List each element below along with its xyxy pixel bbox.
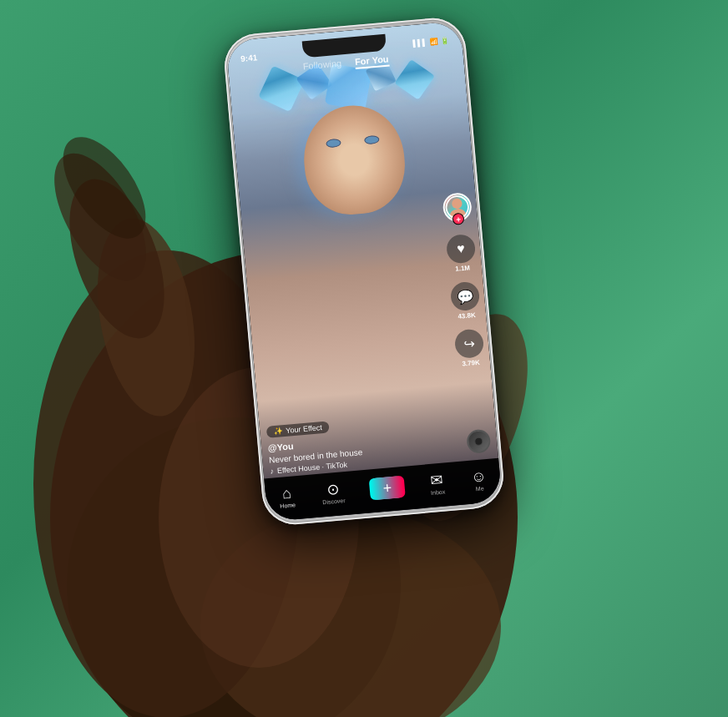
me-label: Me bbox=[476, 485, 484, 492]
nav-me[interactable]: ☺ Me bbox=[470, 468, 488, 492]
like-icon: ♥ bbox=[446, 234, 477, 265]
nav-discover[interactable]: ⊙ Discover bbox=[321, 481, 345, 505]
add-button[interactable]: + bbox=[371, 476, 404, 500]
share-action[interactable]: ↪ 3.79K bbox=[454, 328, 486, 368]
comment-icon: 💬 bbox=[450, 281, 481, 312]
effect-badge[interactable]: ✨ Your Effect bbox=[266, 421, 329, 437]
comment-action[interactable]: 💬 43.8K bbox=[450, 281, 482, 321]
music-note-icon: ♪ bbox=[270, 467, 274, 475]
like-count: 1.1M bbox=[455, 264, 471, 273]
wifi-icon: 📶 bbox=[429, 38, 438, 46]
like-action[interactable]: ♥ 1.1M bbox=[446, 234, 478, 274]
status-icons: ▌▌▌ 📶 🔋 bbox=[412, 37, 449, 48]
effect-label: Your Effect bbox=[286, 423, 322, 435]
inbox-label: Inbox bbox=[431, 488, 446, 495]
profile-icon: ☺ bbox=[470, 468, 487, 485]
nav-inbox[interactable]: ✉ Inbox bbox=[429, 472, 445, 495]
nav-home[interactable]: ⌂ Home bbox=[278, 485, 296, 509]
svg-point-10 bbox=[452, 198, 463, 209]
inbox-icon: ✉ bbox=[430, 472, 444, 487]
person-eye-right bbox=[364, 135, 380, 145]
avatar-container: + bbox=[442, 192, 473, 223]
phone-frame-wrapper: 9:41 ▌▌▌ 📶 🔋 Following For You bbox=[222, 15, 506, 527]
phone-frame: 9:41 ▌▌▌ 📶 🔋 Following For You bbox=[222, 15, 506, 527]
share-count: 3.79K bbox=[462, 359, 480, 368]
phone-screen: 9:41 ▌▌▌ 📶 🔋 Following For You bbox=[225, 21, 502, 522]
discover-label: Discover bbox=[322, 497, 346, 505]
signal-icon: ▌▌▌ bbox=[412, 38, 427, 47]
svg-point-7 bbox=[47, 124, 162, 253]
crystal-5 bbox=[394, 59, 435, 100]
scene: 9:41 ▌▌▌ 📶 🔋 Following For You bbox=[0, 0, 728, 717]
home-icon: ⌂ bbox=[281, 485, 291, 501]
effect-emoji: ✨ bbox=[273, 427, 283, 436]
discover-icon: ⊙ bbox=[326, 481, 340, 497]
share-icon: ↪ bbox=[454, 328, 485, 359]
home-label: Home bbox=[280, 502, 296, 509]
svg-point-5 bbox=[51, 167, 184, 351]
add-icon: + bbox=[382, 479, 392, 497]
person-eye-left bbox=[326, 139, 341, 149]
follow-plus-badge: + bbox=[452, 213, 464, 225]
svg-point-6 bbox=[36, 139, 164, 295]
battery-icon: 🔋 bbox=[440, 37, 449, 45]
svg-point-2 bbox=[200, 509, 501, 717]
creator-avatar-item[interactable]: + bbox=[442, 192, 473, 226]
nav-add[interactable]: + bbox=[371, 476, 404, 500]
comment-count: 43.8K bbox=[458, 311, 476, 321]
status-time: 9:41 bbox=[240, 53, 258, 63]
svg-point-4 bbox=[83, 210, 209, 423]
